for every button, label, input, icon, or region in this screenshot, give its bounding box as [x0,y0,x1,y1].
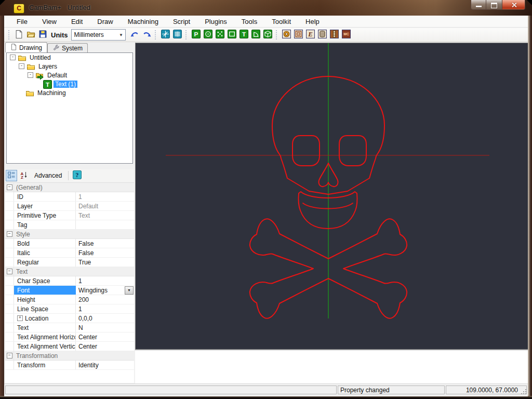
property-row-italic[interactable]: ItalicFalse [5,248,134,258]
property-section-general[interactable]: −(General) [5,183,134,192]
open-file-button[interactable] [25,30,36,41]
property-value[interactable]: 1 [76,276,134,285]
save-button[interactable] [37,30,48,41]
property-section-transformation[interactable]: −Transformation [5,351,134,361]
menu-help[interactable]: Help [298,17,327,26]
property-section-text[interactable]: −Text [5,267,134,276]
property-value[interactable]: Text [76,211,134,220]
section-collapse-box[interactable]: − [5,267,14,276]
property-value[interactable]: 0,0,0 [76,314,134,323]
tab-system[interactable]: System [47,43,88,52]
menu-script[interactable]: Script [166,17,197,26]
menu-view[interactable]: View [35,17,64,26]
property-value[interactable]: Identity [76,361,134,369]
menu-toolkit[interactable]: Toolkit [264,17,298,26]
property-row-text-alignment-vertical[interactable]: Text Alignment VerticalCenter [5,342,134,351]
property-row-height[interactable]: Height200 [5,295,134,304]
property-section-style[interactable]: −Style [5,230,134,239]
close-button[interactable] [502,0,525,10]
expand-collapse-box[interactable]: - [19,63,24,69]
property-row-regular[interactable]: RegularTrue [5,258,134,267]
advanced-toggle[interactable]: Advanced [34,172,62,179]
expand-collapse-box[interactable]: - [10,55,16,60]
drawing-tree[interactable]: -Untitled-Layers-DefaultTText (1)Machini… [6,52,133,164]
titlebar[interactable]: C CamBam+Untitled [0,0,532,16]
tab-drawing[interactable]: Drawing [5,42,47,52]
property-row-char-space[interactable]: Char Space1 [5,276,134,286]
property-row-layer[interactable]: LayerDefault [5,202,134,211]
property-row-transform[interactable]: TransformIdentity [5,361,134,370]
property-value[interactable]: Wingdings▼ [76,286,134,295]
categorized-icon [7,171,16,181]
menu-edit[interactable]: Edit [64,17,90,26]
mop-pocket-button[interactable] [293,30,304,41]
property-row-bold[interactable]: BoldFalse [5,239,134,248]
help-button[interactable]: ? [71,170,83,181]
expand-collapse-box[interactable]: - [28,72,33,78]
property-value[interactable]: 1 [76,192,134,201]
mop-part-button[interactable]: MC [341,30,352,41]
section-collapse-box[interactable]: − [5,183,14,192]
undo-button[interactable] [129,30,140,41]
status-message-text: Property changed [340,387,390,394]
resize-grip[interactable] [521,389,527,395]
property-row-line-space[interactable]: Line Space1 [5,304,134,314]
units-select[interactable]: Millimeters▼ [71,29,126,41]
property-row-font[interactable]: FontWingdings▼ [5,286,134,295]
mop-profile-button[interactable] [329,30,340,41]
font-dropdown-button[interactable]: ▼ [125,286,134,295]
draw-polyline-button[interactable]: P [191,30,202,41]
draw-surface-button[interactable] [262,30,273,41]
section-collapse-box[interactable]: − [5,230,14,238]
draw-rectangle-button[interactable] [227,30,237,41]
draw-text-button[interactable]: T [238,30,249,41]
property-row-primitive-type[interactable]: Primitive TypeText [5,211,134,220]
tree-item-text-1-[interactable]: TText (1) [7,79,132,88]
property-row-location[interactable]: +Location0,0,0 [5,314,134,323]
section-collapse-box[interactable]: − [5,351,14,360]
property-grid[interactable]: −(General)ID1LayerDefaultPrimitive TypeT… [5,182,134,383]
property-row-id[interactable]: ID1 [5,192,134,202]
draw-circle-button[interactable] [203,30,214,41]
new-file-button[interactable] [14,30,24,41]
maximize-button[interactable] [486,0,502,10]
tree-item-untitled[interactable]: -Untitled [7,53,132,62]
categorized-view-button[interactable] [6,170,17,181]
property-value[interactable]: False [76,239,134,248]
property-value[interactable]: False [76,248,134,257]
property-row-tag[interactable]: Tag [5,220,134,230]
minimize-button[interactable] [471,0,486,10]
menu-plugins[interactable]: Plugins [197,17,234,26]
draw-arc-button[interactable] [250,30,261,41]
property-value[interactable]: Default [76,202,134,210]
property-value[interactable]: True [76,258,134,267]
menu-machining[interactable]: Machining [121,17,166,26]
svg-text:T: T [242,31,245,37]
tree-item-default[interactable]: -Default [7,71,132,79]
property-value[interactable] [76,220,134,229]
menu-draw[interactable]: Draw [90,17,120,26]
tree-item-label: Layers [37,63,59,70]
mop-drill-button[interactable] [281,30,292,41]
property-value[interactable]: N [76,323,134,332]
mop-lathe-button[interactable] [317,30,328,41]
draw-point-list-button[interactable] [215,30,225,41]
property-value[interactable]: Center [76,332,134,341]
menu-tools[interactable]: Tools [234,17,264,26]
row-gutter [5,220,14,229]
alphabetical-view-button[interactable]: AZ [18,170,30,181]
axes-toggle-button[interactable] [160,30,171,41]
property-row-text[interactable]: TextN [5,323,134,332]
drawing-canvas[interactable] [135,43,528,349]
property-row-text-alignment-horizontal[interactable]: Text Alignment HorizontalCenter [5,332,134,342]
expand-box[interactable]: + [17,315,23,321]
redo-button[interactable] [141,30,152,41]
tree-item-layers[interactable]: -Layers [7,62,132,71]
property-value[interactable]: 200 [76,295,134,304]
menu-file[interactable]: File [9,17,35,26]
property-value[interactable]: Center [76,342,134,351]
tree-item-machining[interactable]: Machining [7,88,132,97]
grid-toggle-button[interactable] [172,30,183,41]
mop-engrave-button[interactable]: E [305,30,316,41]
property-value[interactable]: 1 [76,304,134,313]
